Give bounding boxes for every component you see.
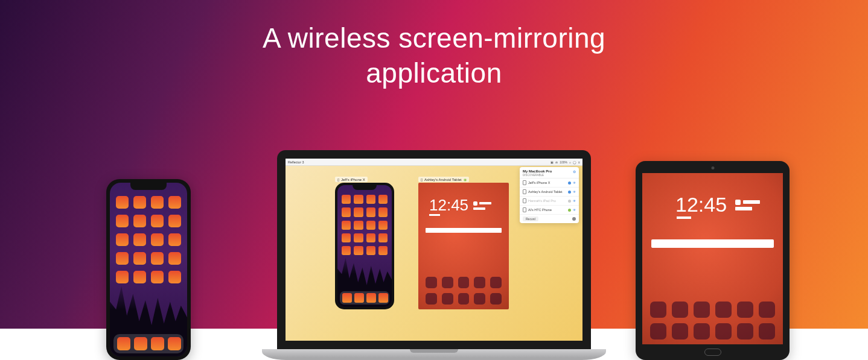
iphone-dock (340, 291, 389, 305)
status-dot-icon (568, 191, 571, 194)
app-icon (151, 215, 164, 227)
mirrored-iphone-title: Jeff's iPhone X (341, 178, 365, 182)
tablet-icon (523, 198, 526, 203)
mirrored-android-window: ▯ Ashley's Android Tablet ◉ 12:45 (418, 183, 509, 309)
clock-underline (677, 216, 691, 219)
host-name: My MacBook Pro (523, 169, 552, 173)
tablet-icon (523, 189, 526, 194)
airplay-icon: ▣ (550, 160, 554, 164)
iphone-device-mockup (106, 179, 191, 360)
menu-icon: ≡ (578, 160, 580, 164)
record-button[interactable]: Record (523, 216, 538, 221)
tablet-device-mockup: 12:45 (636, 161, 790, 360)
iphone-app-grid (116, 196, 181, 283)
spotlight-icon: ⌕ (569, 160, 571, 164)
panel-footer: Record (520, 215, 579, 223)
siri-icon: ◯ (573, 160, 576, 164)
tablet-clock: 12:45 (675, 193, 727, 216)
app-icon (116, 196, 129, 209)
app-icon (151, 233, 164, 246)
app-icon (133, 215, 146, 227)
widget-icon (735, 200, 760, 210)
cast-icon: ◉ (464, 177, 467, 182)
app-icon (116, 233, 129, 246)
app-icon (168, 215, 181, 227)
tablet-search-bar (651, 239, 774, 248)
app-grid (342, 195, 388, 255)
device-name: Al's HTC Phone (528, 208, 566, 212)
device-row[interactable]: Jeff's iPhone X 👁 (520, 178, 579, 188)
visibility-icon[interactable]: 👁 (573, 199, 576, 203)
app-icon (133, 233, 146, 246)
mirrored-iphone-window: ▯ Jeff's iPhone X (335, 183, 394, 309)
android-app-dock (426, 277, 502, 305)
mirrored-android-title: Ashley's Android Tablet (424, 178, 462, 182)
device-name: Jeff's iPhone X (528, 181, 566, 185)
phone-icon (523, 207, 526, 212)
device-row[interactable]: Hannah's iPad Pro 👁 (520, 197, 579, 206)
mirrored-android-screen: 12:45 (418, 183, 509, 309)
clock-underline (429, 214, 440, 216)
macbook-base (262, 349, 606, 360)
mirrored-iphone-titlebar: ▯ Jeff's iPhone X (335, 177, 368, 182)
battery-icon: 100% (560, 160, 567, 164)
settings-icon[interactable] (572, 217, 576, 221)
app-icon (151, 252, 164, 265)
device-icon: ▯ (337, 177, 339, 182)
tablet-app-dock (650, 302, 775, 339)
tablet-clock-widget: 12:45 (675, 193, 760, 216)
macbook-screen-frame: Reflector 3 ▣ ⋒ 100% ⌕ ◯ ≡ ▯ Jeff's iPho… (277, 150, 591, 349)
iphone-notch (353, 185, 377, 190)
app-icon (133, 196, 146, 209)
tablet-front-camera (711, 166, 714, 169)
tablet-screen: 12:45 (642, 173, 783, 344)
visibility-icon[interactable]: 👁 (573, 190, 576, 194)
device-row[interactable]: Ashley's Android Tablet 👁 (520, 188, 579, 197)
menubar-app-name: Reflector 3 (288, 160, 304, 164)
dock-app-icon (134, 337, 147, 350)
status-dot-icon (568, 200, 571, 203)
macbook-device-mockup: Reflector 3 ▣ ⋒ 100% ⌕ ◯ ≡ ▯ Jeff's iPho… (262, 150, 606, 360)
app-icon (116, 271, 129, 283)
android-clock: 12:45 (429, 196, 468, 215)
app-icon (168, 196, 181, 209)
tablet-home-button (704, 349, 721, 356)
wifi-icon: ⋒ (555, 160, 558, 164)
device-name: Hannah's iPad Pro (528, 199, 566, 203)
mirrored-android-titlebar: ▯ Ashley's Android Tablet ◉ (418, 177, 469, 182)
host-status: DISCOVERABLE (523, 174, 552, 177)
app-icon (116, 215, 129, 227)
widget-icon (473, 201, 491, 210)
headline: A wireless screen-mirroring application (0, 21, 868, 90)
macbook-display: Reflector 3 ▣ ⋒ 100% ⌕ ◯ ≡ ▯ Jeff's iPho… (286, 159, 582, 341)
menubar-right-icons: ▣ ⋒ 100% ⌕ ◯ ≡ (550, 160, 580, 164)
device-icon: ▯ (421, 177, 423, 182)
app-icon (133, 252, 146, 265)
mirrored-iphone-screen (337, 185, 392, 307)
visibility-icon[interactable]: 👁 (573, 181, 576, 185)
status-dot-icon (568, 182, 571, 185)
macbook-hinge-notch (410, 349, 458, 353)
phone-icon (523, 180, 526, 185)
device-row[interactable]: Al's HTC Phone 👁 (520, 206, 579, 215)
dock-app-icon (151, 337, 164, 350)
dock-app-icon (117, 337, 130, 350)
app-icon (116, 252, 129, 265)
iphone-notch (130, 183, 167, 190)
gear-icon[interactable]: ⚙ (573, 169, 576, 174)
app-icon (168, 233, 181, 246)
iphone-screen (110, 183, 187, 356)
app-icon (168, 252, 181, 265)
iphone-dock (113, 334, 183, 353)
app-icon (133, 271, 146, 283)
app-icon (151, 196, 164, 209)
device-list-panel: My MacBook Pro DISCOVERABLE ⚙ Jeff's iPh… (520, 167, 579, 223)
app-icon (151, 271, 164, 283)
dock-app-icon (168, 337, 181, 350)
visibility-icon[interactable]: 👁 (573, 208, 576, 212)
android-search-bar (426, 228, 502, 233)
status-dot-icon (568, 209, 571, 212)
macos-menubar: Reflector 3 ▣ ⋒ 100% ⌕ ◯ ≡ (286, 159, 582, 166)
panel-header: My MacBook Pro DISCOVERABLE ⚙ (520, 167, 579, 178)
device-name: Ashley's Android Tablet (528, 190, 566, 194)
